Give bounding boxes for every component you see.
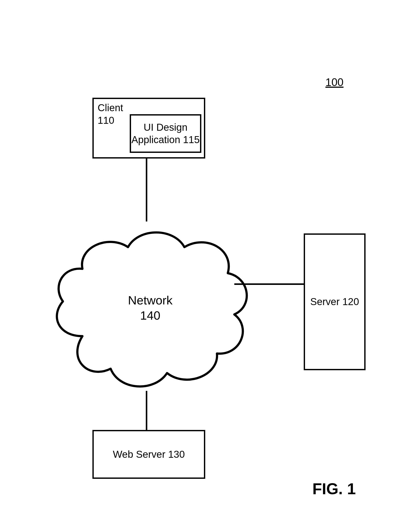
network-cloud: Network 140 <box>45 215 255 401</box>
client-box: Client 110 UI Design Application 115 <box>92 98 205 158</box>
ui-design-application-box: UI Design Application 115 <box>130 114 201 153</box>
web-server-box: Web Server 130 <box>92 430 205 479</box>
connector-network-to-webserver <box>146 391 147 430</box>
network-cloud-label: Network 140 <box>128 293 172 323</box>
server-box: Server 120 <box>304 234 366 370</box>
figure-caption: FIG. 1 <box>312 480 356 498</box>
connector-client-to-network <box>146 158 147 221</box>
connector-network-to-server <box>234 283 304 285</box>
web-server-box-label: Web Server 130 <box>113 448 185 461</box>
client-box-title: Client 110 <box>98 102 123 126</box>
figure-reference-number: 100 <box>325 76 344 89</box>
diagram-canvas: 100 Client 110 UI Design Application 115… <box>0 0 420 532</box>
server-box-label: Server 120 <box>310 296 359 308</box>
ui-design-application-label: UI Design Application 115 <box>132 121 200 146</box>
